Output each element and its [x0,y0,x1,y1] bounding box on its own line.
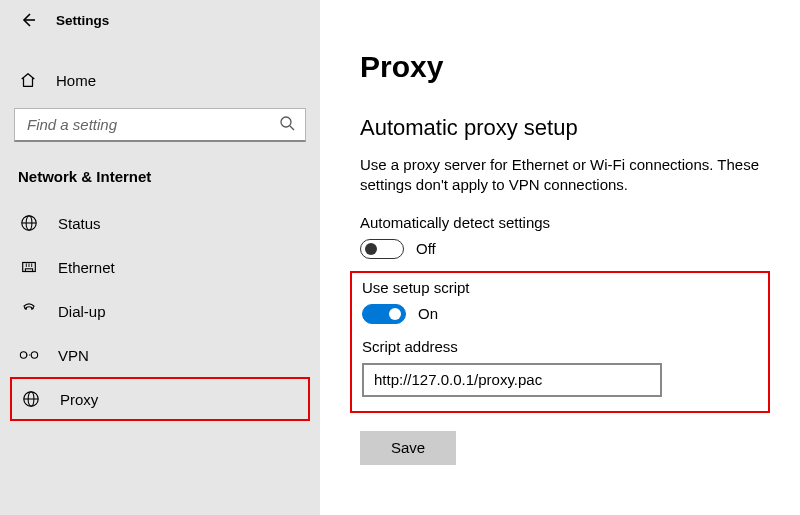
sidebar-item-label: Dial-up [58,303,106,320]
svg-point-0 [281,117,291,127]
sidebar-nav: Status Ethernet [0,201,320,421]
auto-detect-toggle[interactable] [360,239,404,259]
svg-rect-6 [25,269,32,272]
sidebar-item-ethernet[interactable]: Ethernet [0,245,320,289]
sidebar-item-label: Status [58,215,101,232]
svg-point-10 [20,352,26,358]
sidebar-item-label: Ethernet [58,259,115,276]
main-panel: Proxy Automatic proxy setup Use a proxy … [320,0,800,515]
settings-window: Settings Home Network & Intern [0,0,800,515]
title-bar: Settings [0,6,320,40]
setup-script-row: On [362,304,754,324]
setup-script-toggle[interactable] [362,304,406,324]
toggle-knob [365,243,377,255]
script-address-input[interactable] [362,363,662,397]
search-input[interactable] [25,115,279,134]
auto-detect-state: Off [416,240,436,257]
setup-script-group: Use setup script On Script address [350,271,770,413]
save-button[interactable]: Save [360,431,456,465]
setup-script-state: On [418,305,438,322]
search-box[interactable] [14,108,306,142]
section-description: Use a proxy server for Ethernet or Wi-Fi… [360,155,775,196]
sidebar-category: Network & Internet [0,168,320,185]
svg-line-1 [290,126,294,130]
search-icon [279,115,295,134]
section-title: Automatic proxy setup [360,115,800,141]
ethernet-icon [18,258,40,276]
setup-script-label: Use setup script [362,279,754,296]
globe-icon [18,214,40,232]
window-title: Settings [56,13,109,28]
sidebar-item-label: Proxy [60,391,98,408]
arrow-left-icon [20,12,36,28]
sidebar-item-home[interactable]: Home [0,62,320,98]
back-button[interactable] [18,10,38,30]
sidebar: Settings Home Network & Intern [0,0,320,515]
page-title: Proxy [360,50,800,83]
search-wrap [0,108,320,142]
script-address-label: Script address [362,338,754,355]
phone-icon [18,302,40,320]
sidebar-item-dialup[interactable]: Dial-up [0,289,320,333]
auto-detect-label: Automatically detect settings [360,214,800,231]
svg-point-11 [31,352,37,358]
vpn-icon [18,348,40,362]
globe-icon [20,390,42,408]
auto-detect-row: Off [360,239,800,259]
home-icon [18,71,38,89]
sidebar-item-vpn[interactable]: VPN [0,333,320,377]
sidebar-item-status[interactable]: Status [0,201,320,245]
sidebar-item-label: VPN [58,347,89,364]
home-label: Home [56,72,96,89]
sidebar-item-proxy[interactable]: Proxy [10,377,310,421]
toggle-knob [389,308,401,320]
